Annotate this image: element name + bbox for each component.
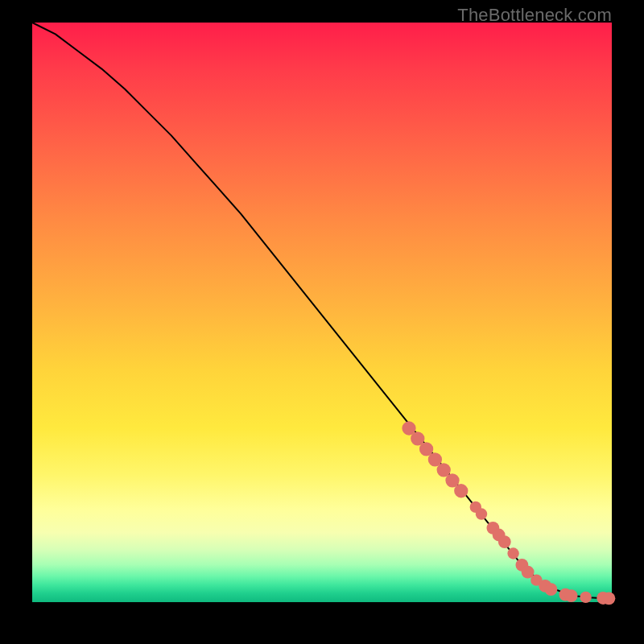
chart-svg (32, 23, 612, 602)
data-marker (565, 589, 578, 602)
data-marker (498, 535, 511, 548)
data-marker (454, 484, 468, 497)
data-marker (602, 592, 615, 605)
curve-line (32, 23, 612, 599)
data-marker (580, 592, 591, 603)
markers-group (402, 421, 615, 605)
data-marker (544, 583, 557, 596)
data-marker (507, 547, 518, 559)
chart-plot-area (32, 23, 612, 602)
data-marker (476, 508, 487, 519)
